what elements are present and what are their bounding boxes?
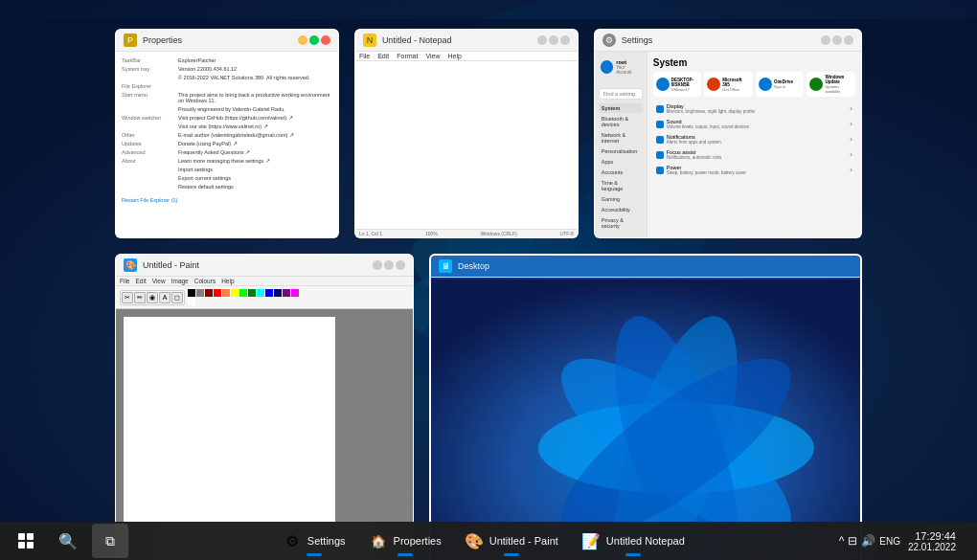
notepad-menu-help[interactable]: Help [447,53,461,59]
desktop-body [431,278,860,560]
settings-item-focus[interactable]: Focus assist Notifications, automatic ru… [653,147,855,162]
notepad-menu-view[interactable]: View [425,53,440,59]
paint-tools-group: ✂ ✏ ◉ A ◻ [120,290,185,305]
settings-item-power[interactable]: Power Sleep, battery, power mode, batter… [653,163,855,177]
color-black[interactable] [188,289,195,297]
window-desktop[interactable]: ✕ 🖥 Desktop [429,254,862,560]
settings-nav-system[interactable]: System [599,103,643,113]
paint-tool-pencil[interactable]: ✏ [134,292,146,303]
maximize-btn[interactable] [309,35,319,45]
taskbar-item-properties[interactable]: 🏠 Properties [359,524,451,558]
paint-menu-image[interactable]: Image [171,278,189,284]
paint-menu-view[interactable]: View [152,278,166,284]
color-gray[interactable] [196,289,204,297]
settings-nav-accounts[interactable]: Accounts [599,168,643,177]
color-blue[interactable] [265,289,273,297]
properties-titlebar: P Properties [116,30,338,52]
taskbar-item-paint[interactable]: 🎨 Untitled - Paint [455,524,568,558]
color-orange[interactable] [222,289,230,297]
maximize-btn[interactable] [384,260,394,270]
office-sublabel: Get Office [722,87,750,92]
properties-active-indicator [398,553,413,556]
color-green[interactable] [239,289,247,297]
color-magenta[interactable] [291,289,299,297]
settings-nav-bluetooth[interactable]: Bluetooth & devices [599,114,643,129]
settings-card-update[interactable]: Windows Update Updates available [807,72,855,97]
system-tray: ^ ⊟ 🔊 ENG [839,534,900,548]
settings-search-input[interactable] [599,88,643,100]
settings-nav-time[interactable]: Time & language [599,178,643,193]
minimize-btn[interactable] [373,260,382,270]
settings-item-sound[interactable]: Sound Volume levels, output, input, soun… [653,117,855,131]
minimize-btn[interactable] [821,35,830,45]
paint-menu-help[interactable]: Help [221,278,234,284]
color-yellow[interactable] [231,289,239,297]
window-notepad[interactable]: ✕ N Untitled - Notepad File Edit For [354,29,579,238]
window-properties[interactable]: ✕ P Properties TaskBarExplorerPatcher Sy… [115,29,339,238]
settings-active-indicator [307,553,322,556]
start-button[interactable] [8,524,44,558]
settings-content-area: 👤 root Your Account System Bluetooth & d… [595,52,861,237]
settings-body: 👤 root Your Account System Bluetooth & d… [595,52,861,237]
notepad-status-position: Ln 1, Col 1 [359,231,382,236]
color-red[interactable] [214,289,221,297]
color-purple[interactable] [283,289,290,297]
windows-row-2: ✕ 🎨 Untitled - Paint File Edit View [115,254,862,560]
task-view-button[interactable]: ⧉ [92,524,128,558]
color-darkgreen[interactable] [248,289,256,297]
settings-icon: ⚙ [602,34,616,47]
settings-nav-accessibility[interactable]: Accessibility [599,205,643,214]
settings-nav-privacy[interactable]: Privacy & security [599,215,643,231]
notepad-text-area[interactable] [355,61,578,224]
notepad-menu-format[interactable]: Format [397,53,418,59]
paint-menu-file[interactable]: File [120,278,129,284]
color-cyan[interactable] [257,289,264,297]
taskbar-clock[interactable]: 17:29:44 22.01.2022 [908,530,956,552]
window-paint[interactable]: ✕ 🎨 Untitled - Paint File Edit View [115,254,414,560]
paint-canvas-white[interactable] [124,317,335,522]
restart-file-explorer-link[interactable]: Restart File Explorer (1) [122,197,177,203]
tray-expand-icon[interactable]: ^ [839,534,845,548]
settings-item-display[interactable]: Display Monitors, brightness, night ligh… [653,101,855,116]
settings-user-profile[interactable]: 👤 root Your Account [599,57,643,77]
taskbar-item-notepad[interactable]: 📝 Untitled Notepad [572,524,694,558]
settings-card-office[interactable]: Microsoft 365 Get Office [704,72,753,97]
paint-tool-eraser[interactable]: ◻ [171,292,183,303]
minimize-btn[interactable] [298,35,307,45]
maximize-btn[interactable] [549,35,558,45]
taskbar-left: 🔍 ⧉ [8,524,128,558]
notepad-menu-file[interactable]: File [359,53,370,59]
paint-toolbar: ✂ ✏ ◉ A ◻ [116,286,413,309]
settings-card-device[interactable]: DESKTOP-6ISKN5B VMware17 [653,72,702,97]
update-card-icon [809,78,823,91]
window-settings[interactable]: ✕ ⚙ Settings 👤 [594,29,862,238]
paint-menu-colours[interactable]: Colours [194,278,216,284]
avatar-icon: 👤 [602,63,612,72]
taskbar-item-settings[interactable]: ⚙ Settings [273,524,355,558]
user-subtitle: Your Account [616,65,640,75]
settings-item-notifications[interactable]: Notifications Alerts from apps and syste… [653,132,855,146]
settings-nav-network[interactable]: Network & internet [599,130,643,146]
maximize-btn[interactable] [832,35,842,45]
paint-menu-edit[interactable]: Edit [135,278,146,284]
color-darkblue[interactable] [274,289,282,297]
search-button[interactable]: 🔍 [50,524,86,558]
color-white[interactable] [188,298,195,305]
settings-nav-apps[interactable]: Apps [599,157,643,167]
settings-nav-personal[interactable]: Personalisation [599,146,643,156]
taskbar-properties-label: Properties [394,535,442,547]
windows-logo-icon [18,533,34,549]
tray-language-icon[interactable]: ENG [879,536,900,547]
settings-card-onedrive[interactable]: OneDrive Sign in [756,72,805,97]
paint-tool-select[interactable]: ✂ [122,292,133,303]
notepad-menu-edit[interactable]: Edit [377,53,389,59]
minimize-btn[interactable] [537,35,547,45]
taskbar-time-display: 17:29:44 [908,530,956,542]
paint-tool-text[interactable]: A [159,292,170,303]
color-darkred[interactable] [205,289,213,297]
notepad-menubar: File Edit Format View Help [355,52,578,61]
paint-tool-fill[interactable]: ◉ [147,292,158,303]
settings-nav-gaming[interactable]: Gaming [599,194,643,204]
tray-volume-icon[interactable]: 🔊 [861,534,875,548]
tray-network-icon[interactable]: ⊟ [848,534,857,548]
